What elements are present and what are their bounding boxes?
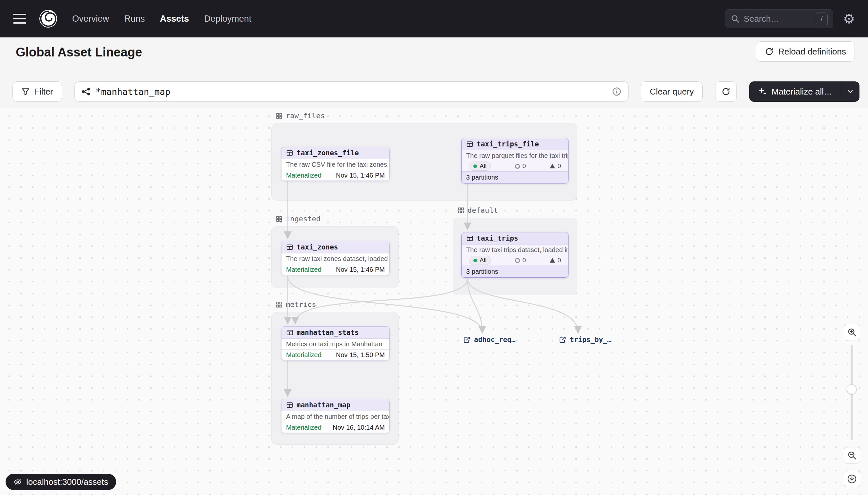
materialized-status: Materialized (286, 266, 321, 273)
browser-status-url: localhost:3000/assets (5, 474, 116, 490)
asset-footer: Materialized Nov 16, 10:14 AM (281, 422, 389, 433)
materialized-timestamp: Nov 15, 1:46 PM (336, 266, 385, 273)
group-name: metrics (286, 300, 316, 309)
materialized-dot-icon (473, 259, 477, 262)
zoom-in-button[interactable] (844, 324, 860, 340)
page-title: Global Asset Lineage (16, 45, 142, 59)
status-url-text: localhost:3000/assets (26, 477, 108, 487)
search-input[interactable] (744, 14, 812, 24)
table-icon (466, 235, 473, 242)
asset-node-taxi-zones-file[interactable]: taxi_zones_file The raw CSV file for the… (281, 147, 390, 181)
asset-node-header: manhattan_stats (281, 327, 389, 339)
asset-selection-input[interactable] (74, 81, 628, 102)
group-name: default (467, 206, 498, 214)
materialized-status: Materialized (286, 351, 321, 359)
zoom-slider-handle[interactable] (847, 385, 856, 394)
materialize-dropdown-button[interactable] (841, 81, 860, 102)
asset-description: A map of the number of trips per taxi z… (281, 411, 389, 422)
clear-query-button[interactable]: Clear query (641, 81, 703, 102)
asset-node-taxi-zones[interactable]: taxi_zones The raw taxi zones dataset, l… (281, 241, 390, 275)
partitions-count-footer: 3 partitions (462, 266, 568, 277)
asset-name: manhattan_stats (297, 328, 359, 337)
search-shortcut-key: / (816, 12, 828, 25)
reload-icon (765, 47, 774, 56)
partition-all-badge: All (469, 161, 491, 171)
materialized-timestamp: Nov 15, 1:46 PM (336, 172, 385, 179)
asset-name: taxi_zones_file (297, 149, 359, 157)
eye-slash-icon (14, 478, 22, 486)
partition-missing-icon (515, 164, 520, 169)
external-link-icon (559, 336, 567, 344)
asset-description: The raw CSV file for the taxi zones dat… (281, 159, 389, 170)
external-asset-name: adhoc_req… (474, 336, 515, 344)
partition-all-label: All (480, 257, 486, 264)
asset-description: The raw taxi trips dataset, loaded into … (462, 244, 568, 255)
materialize-all-button[interactable]: Materialize all… (749, 81, 841, 102)
partition-missing-count: 0 (515, 163, 526, 170)
top-navbar: Overview Runs Assets Deployment / ⚙ (0, 0, 868, 37)
materialized-dot-icon (473, 165, 477, 168)
refresh-button[interactable] (715, 81, 737, 102)
partition-health-row: All 0 0 (462, 255, 568, 266)
asset-name: taxi_trips (477, 234, 518, 242)
asset-node-header: taxi_trips (462, 233, 568, 244)
lineage-canvas[interactable]: raw_files ingested default metrics (0, 108, 868, 495)
refresh-icon (721, 87, 730, 96)
table-icon (286, 329, 293, 336)
nav-item-runs[interactable]: Runs (124, 14, 145, 24)
nav-item-deployment[interactable]: Deployment (204, 14, 251, 24)
asset-footer: Materialized Nov 15, 1:46 PM (281, 264, 389, 275)
asset-node-header: taxi_zones_file (281, 147, 389, 159)
table-icon (286, 149, 293, 157)
partition-all-badge: All (469, 256, 491, 265)
dagster-logo[interactable] (39, 9, 58, 28)
group-label-ingested[interactable]: ingested (276, 215, 320, 223)
nav-item-overview[interactable]: Overview (72, 14, 109, 24)
asset-description: The raw parquet files for the taxi trips… (462, 150, 568, 161)
external-asset-adhoc-request[interactable]: adhoc_req… (463, 334, 515, 345)
external-asset-name: trips_by_… (570, 336, 611, 344)
partition-missing-icon (515, 258, 520, 263)
reload-definitions-button[interactable]: Reload definitions (756, 41, 855, 62)
menu-icon[interactable] (13, 14, 26, 24)
asset-query-input[interactable] (96, 87, 606, 97)
table-icon (466, 140, 473, 148)
zoom-in-icon (847, 327, 857, 337)
nav-item-assets[interactable]: Assets (160, 14, 189, 24)
export-view-button[interactable] (844, 471, 860, 487)
asset-description: Metrics on taxi trips in Manhattan (281, 339, 389, 349)
global-search[interactable]: / (725, 9, 833, 28)
asset-group-icon (276, 112, 283, 119)
zoom-out-button[interactable] (844, 447, 860, 463)
asset-name: taxi_trips_file (477, 140, 539, 148)
filter-button[interactable]: Filter (13, 81, 62, 102)
table-icon (286, 243, 293, 251)
group-label-default[interactable]: default (457, 206, 498, 214)
lineage-toolbar: Filter Clear query (13, 81, 860, 102)
group-name: ingested (286, 215, 320, 223)
partition-failed-count: 0 (550, 257, 561, 264)
asset-node-manhattan-map[interactable]: manhattan_map A map of the number of tri… (281, 399, 390, 433)
group-label-raw-files[interactable]: raw_files (276, 112, 325, 120)
info-icon[interactable] (612, 87, 622, 97)
asset-name: manhattan_map (297, 401, 350, 409)
partition-failed-icon (550, 164, 555, 168)
asset-node-header: taxi_trips_file (462, 138, 568, 150)
asset-footer: Materialized Nov 15, 1:50 PM (281, 349, 389, 360)
partition-missing-count: 0 (515, 257, 526, 264)
group-label-metrics[interactable]: metrics (276, 300, 316, 309)
external-asset-trips-by[interactable]: trips_by_… (559, 334, 611, 345)
asset-node-manhattan-stats[interactable]: manhattan_stats Metrics on taxi trips in… (281, 326, 390, 360)
materialized-timestamp: Nov 16, 10:14 AM (333, 424, 385, 431)
external-link-icon (463, 336, 471, 344)
asset-node-taxi-trips[interactable]: taxi_trips The raw taxi trips dataset, l… (461, 232, 568, 278)
asset-node-taxi-trips-file[interactable]: taxi_trips_file The raw parquet files fo… (461, 138, 568, 184)
asset-node-header: manhattan_map (281, 399, 389, 411)
settings-gear-icon[interactable]: ⚙ (843, 12, 855, 25)
group-name: raw_files (286, 112, 325, 120)
table-icon (286, 402, 293, 409)
download-icon (847, 474, 857, 484)
partition-failed-count: 0 (550, 163, 561, 170)
asset-graph-icon (81, 87, 91, 96)
asset-name: taxi_zones (297, 243, 338, 251)
